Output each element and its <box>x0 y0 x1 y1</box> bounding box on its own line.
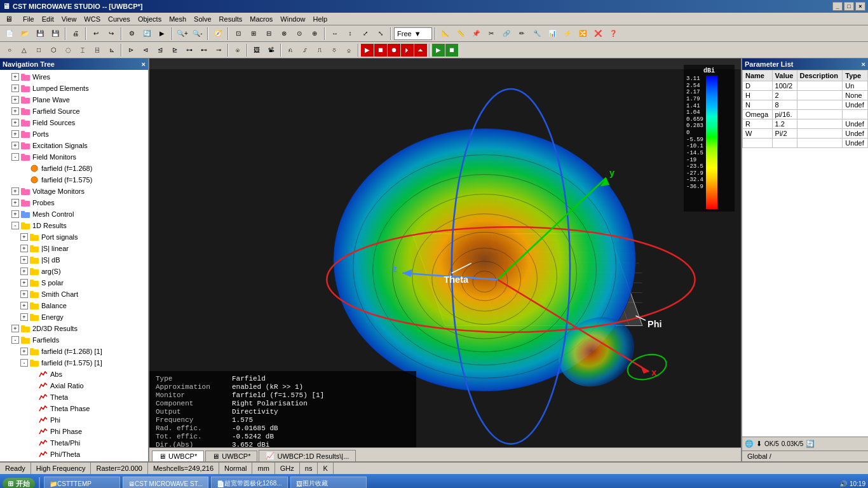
print-btn[interactable]: 🖨 <box>69 27 83 41</box>
save-btn[interactable]: 💾 <box>33 27 47 41</box>
tree-item-lumped-elements[interactable]: +Lumped Elements <box>0 83 148 94</box>
expand-plane-wave[interactable]: + <box>11 96 19 104</box>
tab-uwbcp2[interactable]: 🖥 UWBCP* <box>205 451 257 461</box>
menu-solve[interactable]: Solve <box>190 14 215 24</box>
taskbar-cstttemp[interactable]: 📁 CSTTTEMP <box>44 477 120 488</box>
nav-tree-content[interactable]: +Wires+Lumped Elements+Plane Wave+Farfie… <box>0 70 148 461</box>
t13[interactable]: 📌 <box>469 27 483 41</box>
tree-item-phi-theta[interactable]: Phi/Theta <box>0 449 148 460</box>
tb2-24[interactable]: ▶ <box>361 44 374 57</box>
tree-item-left-pol[interactable]: Left Polarisation <box>0 460 148 461</box>
t14[interactable]: ✂ <box>484 27 498 41</box>
tree-item-voltage-monitors[interactable]: +Voltage Monitors <box>0 186 148 197</box>
expand-port-signals[interactable]: + <box>20 233 28 241</box>
tb2-19[interactable]: ⎌ <box>283 43 297 57</box>
taskbar-pdf[interactable]: 📄 超宽带圆极化1268... <box>211 477 288 488</box>
param-close[interactable]: × <box>862 60 865 68</box>
maximize-button[interactable]: □ <box>844 2 854 11</box>
tree-item-wires[interactable]: +Wires <box>0 71 148 83</box>
tree-item-axial-ratio[interactable]: Axial Ratio <box>0 380 148 391</box>
save-all-btn[interactable]: 💾 <box>48 27 62 41</box>
tree-item-abs[interactable]: Abs <box>0 369 148 380</box>
expand-arg-s[interactable]: + <box>20 268 28 275</box>
tab-1d-results[interactable]: 📈 UWBCP:1D Results\|... <box>259 450 356 461</box>
expand-s-polar[interactable]: + <box>20 279 28 287</box>
tb2-11[interactable]: ⊴ <box>153 43 167 57</box>
expand-ff-1268[interactable]: + <box>20 348 28 355</box>
menu-objects[interactable]: Objects <box>134 14 165 24</box>
tb2-28[interactable]: ⏶ <box>414 44 427 57</box>
tb2-4[interactable]: ⬡ <box>46 43 60 57</box>
tb2-10[interactable]: ⊲ <box>139 43 153 57</box>
tree-item-mesh-control[interactable]: +Mesh Control <box>0 208 148 220</box>
tb2-2[interactable]: △ <box>17 43 31 57</box>
tree-item-s-polar[interactable]: +S polar <box>0 277 148 288</box>
t2[interactable]: ⊞ <box>247 27 261 41</box>
zoom-in-btn[interactable]: 🔍+ <box>175 27 189 41</box>
expand-s-linear[interactable]: + <box>20 245 28 252</box>
expand-s-db[interactable]: + <box>20 256 28 264</box>
menu-view[interactable]: View <box>58 14 81 24</box>
param-row[interactable]: WPi/2Undef <box>743 129 868 139</box>
tb2-6[interactable]: ⌶ <box>76 43 90 57</box>
t7[interactable]: ↔ <box>328 27 342 41</box>
undo-btn[interactable]: ↩ <box>89 27 103 41</box>
tb2-5[interactable]: ◌ <box>61 43 75 57</box>
tree-item-phi-phase[interactable]: Phi Phase <box>0 426 148 437</box>
expand-energy[interactable]: + <box>20 313 28 321</box>
update-btn[interactable]: 🔄 <box>140 27 154 41</box>
t6[interactable]: ⊕ <box>308 27 322 41</box>
tree-item-1d-results[interactable]: -1D Results <box>0 220 148 231</box>
taskbar-images[interactable]: 🖼 图片收藏 <box>290 477 367 488</box>
tree-item-smith-chart[interactable]: +Smith Chart <box>0 288 148 300</box>
tb2-23[interactable]: ⎐ <box>342 43 356 57</box>
expand-ff-1575[interactable]: - <box>20 359 28 367</box>
t1[interactable]: ⊡ <box>231 27 245 41</box>
tb2-25[interactable]: ⏹ <box>374 44 387 57</box>
mode-dropdown[interactable]: Free ▼ <box>394 27 432 40</box>
open-btn[interactable]: 📂 <box>18 27 32 41</box>
t8[interactable]: ↕ <box>343 27 357 41</box>
t21[interactable]: ❌ <box>591 27 605 41</box>
zoom-out-btn[interactable]: 🔍- <box>191 27 205 41</box>
tb2-30[interactable]: ⏹ <box>445 44 458 57</box>
start-button[interactable]: ⊞ 开始 <box>3 478 35 489</box>
global-tab[interactable]: Global / <box>742 451 868 461</box>
tb2-8[interactable]: ⊾ <box>105 43 119 57</box>
tb2-21[interactable]: ⎍ <box>313 43 327 57</box>
refresh-icon[interactable]: 🔄 <box>806 440 815 448</box>
tree-item-farfield-1268[interactable]: farfield (f=1.268) <box>0 163 148 174</box>
tb2-13[interactable]: ⊶ <box>182 43 196 57</box>
expand-field-monitors[interactable]: - <box>11 153 19 161</box>
tree-item-ff-1575[interactable]: -farfield (f=1.575) [1] <box>0 357 148 369</box>
expand-wires[interactable]: + <box>11 73 19 81</box>
tree-item-s-linear[interactable]: +|S| linear <box>0 243 148 254</box>
menu-help[interactable]: Help <box>309 14 331 24</box>
expand-lumped-elements[interactable]: + <box>11 85 19 92</box>
title-bar-buttons[interactable]: _ □ × <box>832 2 865 11</box>
new-btn[interactable]: 📄 <box>3 27 17 41</box>
tb2-14[interactable]: ⊷ <box>197 43 211 57</box>
expand-mesh-control[interactable]: + <box>11 210 19 218</box>
expand-2d3d-results[interactable]: + <box>11 325 19 332</box>
t17[interactable]: 🔧 <box>530 27 544 41</box>
t11[interactable]: 📐 <box>438 27 452 41</box>
menu-curves[interactable]: Curves <box>104 14 134 24</box>
tree-item-theta-phi[interactable]: Theta/Phi <box>0 437 148 449</box>
tb2-26[interactable]: ⏺ <box>388 44 400 57</box>
t22[interactable]: ❓ <box>606 27 620 41</box>
tree-item-field-sources[interactable]: +Field Sources <box>0 117 148 128</box>
tree-item-2d3d-results[interactable]: +2D/3D Results <box>0 323 148 334</box>
menu-window[interactable]: Window <box>276 14 309 24</box>
tree-item-ff-1268[interactable]: +farfield (f=1.268) [1] <box>0 346 148 357</box>
tb2-16[interactable]: ⍟ <box>231 43 245 57</box>
param-btn[interactable]: ⚙ <box>125 27 139 41</box>
minimize-button[interactable]: _ <box>832 2 843 11</box>
tree-item-farfields[interactable]: -Farfields <box>0 334 148 346</box>
tb2-1[interactable]: ○ <box>3 43 17 57</box>
expand-farfield-source[interactable]: + <box>11 107 19 115</box>
param-row[interactable]: R1.2Undef <box>743 119 868 129</box>
menu-mesh[interactable]: Mesh <box>165 14 190 24</box>
t19[interactable]: ⚡ <box>560 27 574 41</box>
tree-item-arg-s[interactable]: +arg(S) <box>0 266 148 277</box>
